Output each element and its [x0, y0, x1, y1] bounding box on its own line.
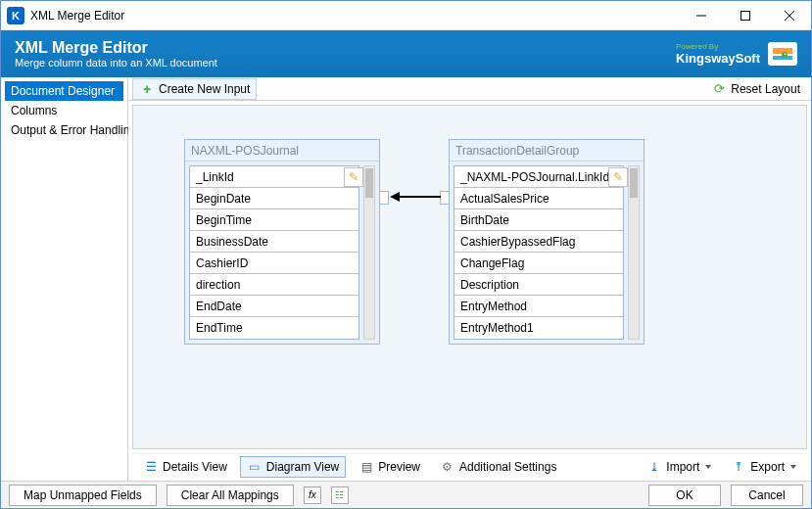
sidebar-item-document-designer[interactable]: Document Designer [5, 81, 123, 101]
tab-preview-label: Preview [378, 460, 420, 474]
connection-port-in[interactable] [440, 191, 450, 205]
tab-details-view[interactable]: ☰ Details View [136, 456, 234, 478]
close-icon [785, 11, 794, 21]
toolbar-top: + Create New Input ⟳ Reset Layout [128, 77, 811, 101]
cancel-button[interactable]: Cancel [731, 485, 803, 506]
field-row[interactable]: Description [454, 274, 623, 296]
field-row[interactable]: _LinkId [190, 166, 358, 188]
chevron-down-icon [705, 465, 711, 469]
minimize-icon [696, 11, 706, 21]
clear-all-mappings-button[interactable]: Clear All Mappings [167, 485, 294, 506]
gear-icon: ⚙ [440, 459, 455, 475]
field-row[interactable]: ChangeFlag [454, 253, 623, 274]
banner-subtitle: Merge column data into an XML document [15, 57, 217, 69]
sidebar: Document Designer Columns Output & Error… [1, 77, 128, 481]
node-scrollbar[interactable] [628, 165, 640, 340]
edit-node-button[interactable]: ✎ [344, 167, 363, 187]
field-row[interactable]: EndTime [190, 317, 358, 339]
window-title: XML Merge Editor [30, 9, 679, 23]
ok-button[interactable]: OK [648, 485, 721, 506]
diagram-icon: ▭ [247, 459, 263, 475]
minimize-button[interactable] [679, 1, 723, 30]
map-unmapped-fields-button[interactable]: Map Unmapped Fields [9, 485, 157, 506]
pencil-icon: ✎ [613, 170, 623, 184]
tab-additional-label: Additional Settings [459, 460, 556, 474]
export-label: Export [750, 460, 785, 474]
footer: Map Unmapped Fields Clear All Mappings f… [1, 481, 811, 508]
refresh-icon: ⟳ [711, 81, 727, 97]
import-button[interactable]: ⤓ Import [640, 456, 718, 478]
diagram-canvas[interactable]: NAXML-POSJournal _LinkId BeginDate Begin… [132, 105, 807, 449]
create-new-input-label: Create New Input [159, 82, 250, 96]
product-icon [768, 42, 797, 66]
sidebar-item-output-error[interactable]: Output & Error Handling [5, 120, 123, 140]
export-button[interactable]: ⤒ Export [724, 456, 803, 478]
node-transactiondetailgroup[interactable]: TransactionDetailGroup _NAXML-POSJournal… [449, 139, 645, 345]
node-scrollbar[interactable] [363, 165, 375, 340]
vendor-logo: Powered By KingswaySoft [676, 43, 760, 66]
powered-by-label: Powered By [676, 43, 760, 51]
function-editor-button[interactable]: fx [304, 486, 321, 504]
reset-layout-label: Reset Layout [731, 82, 800, 96]
maximize-icon [740, 11, 750, 21]
plus-icon: + [139, 81, 155, 97]
toolbar-bottom: ☰ Details View ▭ Diagram View ▤ Preview … [132, 453, 807, 479]
preview-icon: ▤ [358, 459, 374, 475]
banner-text: XML Merge Editor Merge column data into … [15, 39, 217, 69]
field-row[interactable]: BeginTime [190, 209, 358, 231]
tab-additional-settings[interactable]: ⚙ Additional Settings [433, 456, 563, 478]
tab-details-label: Details View [163, 460, 227, 474]
expression-list-button[interactable]: ☷ [331, 486, 349, 504]
node-field-list[interactable]: _LinkId BeginDate BeginTime BusinessDate… [189, 165, 359, 340]
close-button[interactable] [767, 1, 811, 30]
details-icon: ☰ [143, 459, 159, 475]
app-icon: K [7, 7, 24, 24]
maximize-button[interactable] [723, 1, 767, 30]
tab-preview[interactable]: ▤ Preview [352, 456, 427, 478]
field-row[interactable]: _NAXML-POSJournal.LinkId [454, 166, 623, 188]
svg-rect-1 [740, 11, 749, 20]
reset-layout-button[interactable]: ⟳ Reset Layout [704, 78, 807, 100]
field-row[interactable]: CashierBypassedFlag [454, 231, 623, 253]
field-row[interactable]: BusinessDate [190, 231, 358, 253]
node-title: TransactionDetailGroup [450, 140, 644, 162]
create-new-input-button[interactable]: + Create New Input [132, 78, 257, 100]
export-icon: ⤒ [731, 459, 746, 475]
field-row[interactable]: direction [190, 274, 358, 296]
connection-port-out[interactable] [379, 191, 389, 205]
powered-by-brand: KingswaySoft [676, 51, 760, 66]
banner: XML Merge Editor Merge column data into … [1, 30, 811, 77]
titlebar: K XML Merge Editor [1, 1, 811, 30]
scrollbar-thumb[interactable] [630, 168, 638, 198]
import-label: Import [666, 460, 699, 474]
tab-diagram-label: Diagram View [266, 460, 339, 474]
chevron-down-icon [790, 465, 796, 469]
connection-arrowhead [390, 192, 400, 202]
scrollbar-thumb[interactable] [365, 168, 373, 198]
import-icon: ⤓ [646, 459, 662, 475]
field-row[interactable]: CashierID [190, 253, 358, 274]
sidebar-item-columns[interactable]: Columns [5, 101, 123, 120]
node-title: NAXML-POSJournal [185, 140, 379, 162]
field-row[interactable]: BeginDate [190, 188, 358, 209]
node-naxml-posjournal[interactable]: NAXML-POSJournal _LinkId BeginDate Begin… [184, 139, 380, 345]
field-row[interactable]: EntryMethod [454, 296, 623, 317]
field-row[interactable]: ActualSalesPrice [454, 188, 623, 209]
field-row[interactable]: EntryMethod1 [454, 317, 623, 339]
connection-arrow[interactable] [400, 196, 441, 198]
edit-node-button[interactable]: ✎ [608, 167, 628, 187]
field-row[interactable]: BirthDate [454, 209, 623, 231]
tab-diagram-view[interactable]: ▭ Diagram View [240, 456, 346, 478]
field-row[interactable]: EndDate [190, 296, 358, 317]
pencil-icon: ✎ [349, 170, 358, 184]
banner-title: XML Merge Editor [15, 39, 217, 57]
node-field-list[interactable]: _NAXML-POSJournal.LinkId ActualSalesPric… [454, 165, 624, 340]
workarea: + Create New Input ⟳ Reset Layout NAXML-… [128, 77, 811, 481]
